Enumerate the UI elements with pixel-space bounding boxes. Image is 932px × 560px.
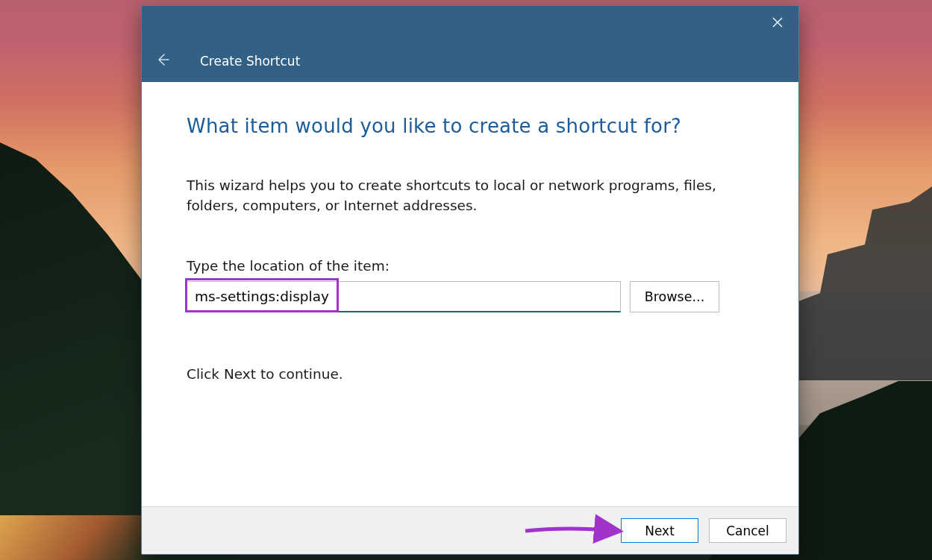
annotation-arrow <box>522 519 627 544</box>
next-button[interactable]: Next <box>621 518 698 543</box>
location-input[interactable] <box>187 281 621 312</box>
dialog-titlebar <box>142 6 798 40</box>
wizard-description: This wizard helps you to create shortcut… <box>187 176 754 216</box>
close-icon <box>772 16 783 31</box>
create-shortcut-dialog: Create Shortcut What item would you like… <box>141 5 799 555</box>
browse-button[interactable]: Browse... <box>630 281 719 312</box>
location-input-wrap <box>187 281 621 312</box>
dialog-footer: Next Cancel <box>142 506 798 554</box>
location-label: Type the location of the item: <box>187 258 754 274</box>
cancel-button[interactable]: Cancel <box>709 518 786 543</box>
continue-hint: Click Next to continue. <box>187 366 754 382</box>
arrow-left-icon <box>155 52 170 70</box>
back-button[interactable] <box>152 51 173 72</box>
close-button[interactable] <box>757 6 798 40</box>
desktop-background-rocks <box>783 186 932 380</box>
wizard-heading: What item would you like to create a sho… <box>187 115 754 137</box>
location-row: Browse... <box>187 281 754 312</box>
dialog-content: What item would you like to create a sho… <box>142 82 798 506</box>
dialog-title: Create Shortcut <box>200 54 300 69</box>
dialog-header: Create Shortcut <box>142 40 798 82</box>
